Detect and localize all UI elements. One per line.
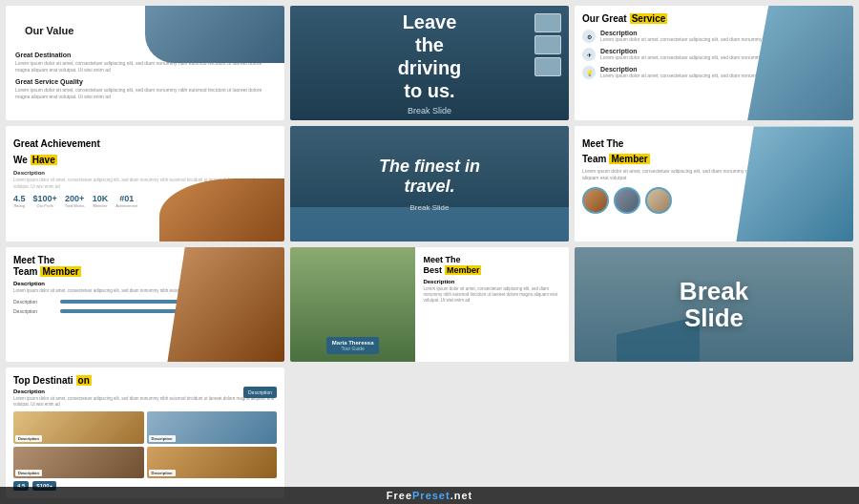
slide5-content: The finest in travel. Break Slide	[367, 145, 492, 223]
slide2-content: Leave the driving to us. Break Slide	[388, 6, 471, 120]
slide8-name-badge: Maria Theressa Tour Guide	[326, 337, 380, 354]
watermark-free: Free	[387, 490, 412, 501]
slide6-avatar-3	[645, 187, 672, 214]
slide2-photos	[534, 13, 561, 76]
slide-7: Meet The Team Member Description Lorem i…	[6, 247, 284, 362]
slide2-sub: Break Slide	[398, 106, 462, 116]
slide10-highlight: on	[76, 375, 92, 386]
slide4-stat3-num: 200+	[65, 194, 84, 203]
slide7-p2-label: Description	[13, 308, 56, 314]
slide4-stat5-label: Achievement	[115, 203, 137, 208]
slide8-role: Tour Guide	[332, 346, 374, 351]
slide9-text: Break Slide	[680, 278, 748, 332]
slide10-badge-2: Description	[149, 435, 176, 442]
slide10-badge-4: Description	[149, 470, 176, 476]
slide3-title: Our Great	[582, 13, 627, 24]
slide4-stat4-num: 10K	[93, 194, 109, 203]
slide10-title: Top Destinati	[13, 375, 73, 386]
slide1-image	[145, 6, 284, 63]
slide4-stat3-label: Total Works	[65, 203, 85, 208]
slide10-desc-badge: Description	[243, 387, 277, 398]
slide9-content: Break Slide	[680, 278, 748, 332]
slide6-avatar-1	[582, 187, 609, 214]
slide-4: Great Achievement We Have Description Lo…	[6, 126, 284, 241]
slide4-title-row1: Great Achievement	[13, 134, 277, 151]
slide8-content: Meet The Best Member Description Lorem i…	[415, 247, 569, 362]
slide8-title2-highlight: Member	[445, 265, 482, 275]
slide4-stat-3: 200+ Total Works	[65, 194, 85, 208]
slide10-desc-text: Lorem ipsum dolor sit amet, consectetuer…	[13, 396, 277, 408]
slide-9: Break Slide	[575, 247, 853, 362]
slide10-badge-3: Description	[15, 470, 42, 476]
slide1-title: Our Value	[25, 25, 73, 36]
slide4-stat-5: #01 Achievement	[115, 194, 137, 208]
slide4-stat2-label: Our Profit	[37, 203, 53, 208]
slide1-sec2-text: Lorem ipsum dolor sit amet, consectetuer…	[15, 87, 275, 100]
slide4-title2-we: We	[13, 155, 28, 165]
slide4-title2-highlight: Have	[31, 155, 57, 165]
slide6-avatar-2	[614, 187, 640, 214]
slide10-img-4: Description	[147, 447, 278, 479]
slide-3: Our Great Service ⚙ Description Lorem ip…	[575, 6, 853, 120]
slide4-stat-1: 4.5 Rating	[13, 194, 26, 208]
slide4-stat2-num: $100+	[33, 194, 57, 203]
slide10-desc-title: Description	[13, 388, 277, 394]
slide7-title2-team: Team	[13, 266, 37, 277]
slide8-title1: Meet The	[423, 255, 561, 264]
slide7-p1-label: Description	[13, 299, 56, 304]
slide-8: Maria Theressa Tour Guide Meet The Best …	[290, 247, 569, 362]
slide8-desc-title: Description	[423, 279, 561, 284]
slide3-highlight: Service	[630, 13, 668, 24]
slide-6: Meet The Team Member Lorem ipsum dolor s…	[575, 126, 853, 241]
slide-5: The finest in travel. Break Slide	[290, 126, 569, 241]
slide4-title-row2: We Have	[13, 155, 277, 165]
slide5-sub: Break Slide	[379, 203, 480, 212]
slide6-title2-team: Team	[582, 154, 606, 164]
slide1-sec2-title: Great Service Quality	[15, 78, 275, 85]
slide10-title-row: Top Destination	[13, 375, 277, 386]
slide5-text: The finest in travel.	[379, 157, 480, 198]
slide8-desc-text: Lorem ipsum dolor sit amet, consectetuer…	[423, 286, 561, 304]
slide2-photo-3	[534, 57, 561, 76]
slide10-img-3: Description	[13, 447, 144, 479]
slide10-image-grid: Description Description Description Desc…	[13, 411, 277, 478]
slide7-bg	[167, 247, 284, 362]
slide7-title2-highlight: Member	[40, 266, 80, 277]
slide8-photo: Maria Theressa Tour Guide	[290, 247, 415, 362]
slide4-stat1-num: 4.5	[13, 194, 26, 203]
slide4-stat1-label: Rating	[13, 203, 25, 208]
slide3-icon-3: 💡	[582, 66, 596, 79]
slide4-stat-2: $100+ Our Profit	[33, 194, 57, 208]
slide4-stat4-label: Member	[94, 203, 108, 208]
slide6-title1: Meet The	[582, 138, 623, 149]
slide4-desc-title: Description	[13, 170, 277, 176]
slide3-icon-1: ⚙	[582, 30, 596, 43]
slide10-badge-1: Description	[15, 435, 42, 442]
watermark-preset: Preset	[412, 490, 450, 501]
slide-10: Top Destination Description Description …	[6, 368, 284, 498]
slide-1: Our Value Great Destination Lorem ipsum …	[6, 6, 284, 120]
slide4-stat-4: 10K Member	[93, 194, 109, 208]
slide-grid: Our Value Great Destination Lorem ipsum …	[0, 0, 859, 504]
slide2-text: Leave the driving to us.	[398, 10, 462, 102]
slide3-icon-2: ✈	[582, 48, 596, 61]
slide2-photo-2	[534, 35, 561, 54]
watermark: FreePreset.net	[0, 487, 859, 504]
slide-2: Leave the driving to us. Break Slide	[290, 6, 569, 120]
slide10-img-1: Description	[13, 411, 144, 444]
slide4-stat5-num: #01	[119, 194, 134, 203]
slide10-img-2: Description	[147, 411, 278, 444]
slide8-title2-best: Best	[423, 265, 442, 275]
slide2-photo-1	[534, 13, 561, 32]
slide4-title1: Great Achievement	[13, 138, 100, 149]
slide8-title-row2: Best Member	[423, 265, 561, 275]
slide6-bg	[736, 126, 853, 241]
watermark-net: .net	[450, 490, 473, 501]
slide6-title2-highlight: Member	[609, 154, 649, 164]
